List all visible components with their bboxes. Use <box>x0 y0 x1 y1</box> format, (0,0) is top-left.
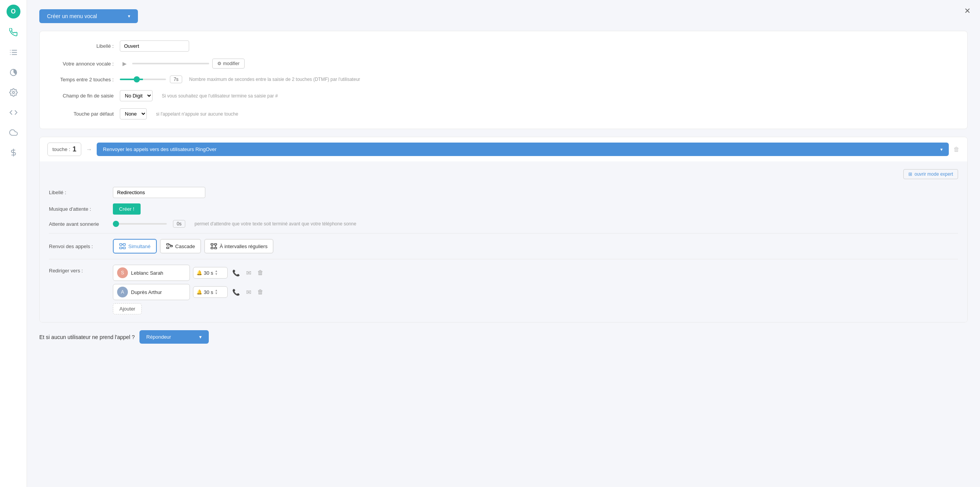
send-icon-arthur[interactable]: ✉ <box>245 287 253 297</box>
attente-label: Attente avant sonnerie <box>49 221 107 227</box>
temps-row: Temps entre 2 touches : 7s Nombre maximu… <box>52 76 955 83</box>
temps-label: Temps entre 2 touches : <box>52 77 114 82</box>
intervalles-label: À intervalles réguliers <box>220 244 267 249</box>
annonce-label: Votre annonce vocale : <box>52 61 114 67</box>
vocal-menu-dropdown[interactable]: Créer un menu vocal ▾ <box>39 9 138 23</box>
touch-number: 1 <box>72 145 76 153</box>
cascade-label: Cascade <box>175 244 195 249</box>
user-select-arthur[interactable]: A Duprès Arthur <box>113 284 190 300</box>
touch-card: touche : 1 → Renvoyer les appels vers de… <box>39 137 968 322</box>
sidebar-icon-cloud[interactable] <box>7 126 20 139</box>
repondeur-dropdown[interactable]: Répondeur ▾ <box>139 330 209 344</box>
touche-defaut-row: Touche par défaut None si l'appelant n'a… <box>52 108 955 119</box>
libelle-label: Libellé : <box>52 43 114 49</box>
creer-button[interactable]: Créer ! <box>113 203 141 215</box>
bell-icon-sarah: 🔔 <box>196 270 202 275</box>
simultane-label: Simultané <box>128 244 151 249</box>
sidebar-icon-chart[interactable] <box>7 66 20 79</box>
logo[interactable]: O <box>7 5 20 18</box>
audio-track <box>132 63 209 64</box>
divider-1 <box>49 233 958 233</box>
repondeur-chevron: ▾ <box>199 334 202 340</box>
touch-libelle-input[interactable] <box>113 187 205 198</box>
touch-body: ⊞ ouvrir mode expert Libellé : Musique d… <box>40 161 967 322</box>
sidebar-icon-list[interactable] <box>7 46 20 59</box>
libelle-row: Libellé : <box>52 40 955 52</box>
delete-sarah[interactable]: 🗑 <box>256 268 265 278</box>
temps-value: 7s <box>170 76 182 83</box>
attente-row: Attente avant sonnerie 0s permet d'atten… <box>49 220 958 228</box>
avatar-sarah: S <box>117 267 128 278</box>
duration-value-arthur: 30 s <box>204 289 213 295</box>
audio-player: ▶ ⚙ modifier <box>120 59 245 69</box>
duration-down-arthur[interactable]: ▼ <box>215 292 218 295</box>
question-text: Et si aucun utilisateur ne prend l'appel… <box>39 334 135 340</box>
send-icon-sarah[interactable]: ✉ <box>245 268 253 278</box>
delete-touch-button[interactable]: 🗑 <box>953 146 960 153</box>
avatar-arthur: A <box>117 287 128 297</box>
main-content: ✕ Créer un menu vocal ▾ Libellé : Votre … <box>27 0 980 487</box>
arrow-icon: → <box>86 146 92 153</box>
delete-arthur[interactable]: 🗑 <box>256 287 265 297</box>
sidebar-icon-dollar[interactable] <box>7 146 20 159</box>
cascade-icon <box>166 243 173 250</box>
user-select-sarah[interactable]: S Leblanc Sarah <box>113 265 190 281</box>
vocal-menu-chevron: ▾ <box>128 13 130 19</box>
intervalles-icon <box>210 243 217 250</box>
attente-value: 0s <box>173 220 185 228</box>
annonce-row: Votre annonce vocale : ▶ ⚙ modifier <box>52 59 955 69</box>
svg-rect-8 <box>120 244 122 245</box>
duration-down-sarah[interactable]: ▼ <box>215 273 218 276</box>
champ-select[interactable]: No Digit <box>120 90 153 101</box>
duration-arthur: 🔔 30 s ▲ ▼ <box>193 286 228 298</box>
config-card: Libellé : Votre annonce vocale : ▶ ⚙ mod… <box>39 31 968 129</box>
renvoi-cascade[interactable]: Cascade <box>160 239 201 254</box>
mode-expert-row: ⊞ ouvrir mode expert <box>49 169 958 184</box>
simultane-icon <box>119 243 126 250</box>
repondeur-label: Répondeur <box>146 334 171 340</box>
touch-libelle-row: Libellé : <box>49 187 958 198</box>
user-name-arthur: Duprès Arthur <box>131 289 162 295</box>
sidebar-icon-phone[interactable] <box>7 26 20 39</box>
divider-2 <box>49 259 958 259</box>
touch-prefix: touche : <box>52 146 70 152</box>
touche-defaut-select[interactable]: None <box>120 108 147 119</box>
champ-hint: Si vous souhaitez que l'utilisateur term… <box>162 93 278 99</box>
user-name-sarah: Leblanc Sarah <box>131 270 163 276</box>
vocal-menu-label: Créer un menu vocal <box>47 13 97 19</box>
call-icon-sarah[interactable]: 📞 <box>231 268 242 278</box>
sidebar-icon-code[interactable] <box>7 106 20 119</box>
sidebar-icon-settings[interactable] <box>7 86 20 99</box>
action-dropdown[interactable]: Renvoyer les appels vers des utilisateur… <box>97 143 949 156</box>
attente-slider[interactable] <box>113 223 167 225</box>
mode-expert-icon: ⊞ <box>908 171 912 177</box>
temps-slider[interactable] <box>120 79 166 80</box>
touch-libelle-label: Libellé : <box>49 190 107 195</box>
renvoi-simultane[interactable]: Simultané <box>113 239 157 254</box>
action-chevron: ▾ <box>940 147 943 152</box>
musique-row: Musique d'attente : Créer ! <box>49 203 958 215</box>
play-button[interactable]: ▶ <box>120 59 129 68</box>
champ-label: Champ de fin de saisie <box>52 93 114 99</box>
redirect-table: S Leblanc Sarah 🔔 30 s ▲ ▼ 📞 ✉ <box>113 265 958 314</box>
libelle-input[interactable] <box>120 40 189 52</box>
call-icon-arthur[interactable]: 📞 <box>231 287 242 297</box>
duration-value-sarah: 30 s <box>204 270 213 276</box>
ajouter-button[interactable]: Ajouter <box>113 303 142 314</box>
renvoi-intervalles[interactable]: À intervalles réguliers <box>204 239 274 254</box>
spinner-arthur: ▲ ▼ <box>215 289 218 295</box>
modifier-button[interactable]: ⚙ modifier <box>212 59 245 69</box>
renvoi-label: Renvoi des appels : <box>49 244 107 249</box>
renvoi-row: Renvoi des appels : Simultané <box>49 239 958 254</box>
champ-row: Champ de fin de saisie No Digit Si vous … <box>52 90 955 101</box>
svg-rect-21 <box>215 247 217 249</box>
attente-hint: permet d'attendre que votre texte soit t… <box>195 221 356 227</box>
mode-expert-button[interactable]: ⊞ ouvrir mode expert <box>903 169 958 179</box>
action-label: Renvoyer les appels vers des utilisateur… <box>103 146 216 152</box>
svg-rect-11 <box>123 247 126 249</box>
close-button[interactable]: ✕ <box>964 6 971 15</box>
touche-defaut-hint: si l'appelant n'appuie sur aucune touche <box>156 111 238 117</box>
rediriger-row: Rediriger vers : S Leblanc Sarah 🔔 30 s … <box>49 265 958 314</box>
temps-slider-container: 7s Nombre maximum de secondes entre la s… <box>120 76 360 83</box>
duration-sarah: 🔔 30 s ▲ ▼ <box>193 267 228 279</box>
